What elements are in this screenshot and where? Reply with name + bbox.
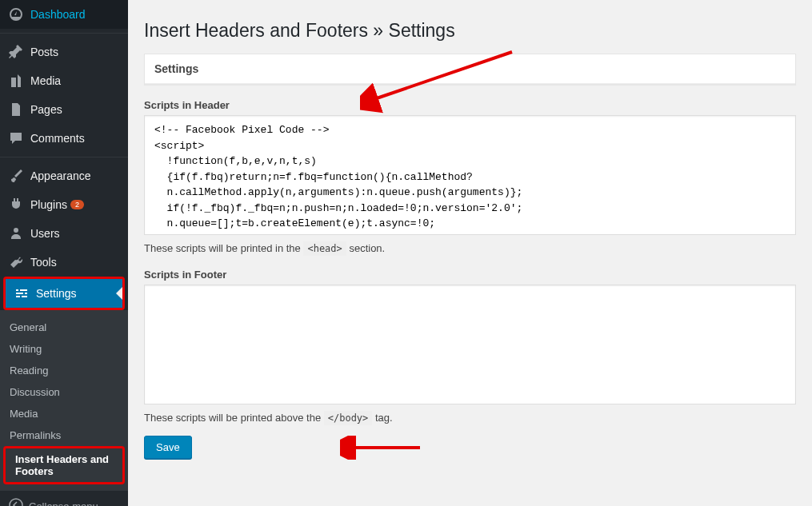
sidebar-item-media[interactable]: Media (0, 66, 128, 95)
collapse-label: Collapse menu (29, 500, 98, 506)
submenu-reading[interactable]: Reading (0, 360, 128, 381)
pages-icon (8, 102, 24, 118)
sidebar-item-comments[interactable]: Comments (0, 124, 128, 153)
sidebar-item-posts[interactable]: Posts (0, 38, 128, 66)
admin-sidebar: Dashboard Posts Media Pages Comments App… (0, 0, 128, 506)
users-icon (8, 225, 24, 241)
dashboard-icon (8, 6, 24, 22)
submenu-discussion[interactable]: Discussion (0, 381, 128, 403)
panel-header: Settings (145, 54, 795, 84)
sidebar-label: Plugins (30, 198, 67, 211)
sidebar-label: Tools (30, 256, 57, 269)
arrow-annotation-save (340, 436, 428, 460)
main-content: Insert Headers and Footers » Settings Se… (128, 0, 812, 506)
sidebar-item-appearance[interactable]: Appearance (0, 161, 128, 190)
sidebar-label: Settings (36, 287, 77, 300)
head-tag-code: <head> (303, 241, 346, 256)
comments-icon (8, 130, 24, 146)
collapse-menu[interactable]: Collapse menu (0, 491, 128, 506)
sidebar-item-settings[interactable]: Settings (6, 279, 122, 308)
highlight-box-settings: Settings (3, 277, 125, 310)
footer-hint: These scripts will be printed above the … (144, 412, 796, 424)
page-title: Insert Headers and Footers » Settings (144, 20, 796, 42)
body-tag-code: </body> (324, 411, 373, 425)
sidebar-item-users[interactable]: Users (0, 219, 128, 248)
submenu-media[interactable]: Media (0, 403, 128, 424)
sidebar-item-tools[interactable]: Tools (0, 248, 128, 277)
sliders-icon (14, 285, 30, 301)
settings-submenu: General Writing Reading Discussion Media… (0, 310, 128, 491)
highlight-box-ihaf: Insert Headers and Footers (3, 446, 125, 484)
sidebar-separator (0, 33, 128, 34)
sidebar-label: Users (30, 227, 60, 240)
submenu-writing[interactable]: Writing (0, 338, 128, 360)
sidebar-separator (0, 157, 128, 157)
sidebar-label: Appearance (30, 169, 91, 182)
sidebar-label: Posts (30, 46, 58, 58)
header-scripts-label: Scripts in Header (144, 99, 796, 111)
sidebar-label: Comments (30, 132, 85, 145)
plugin-icon (8, 197, 24, 213)
header-scripts-textarea[interactable] (144, 115, 796, 235)
sidebar-item-dashboard[interactable]: Dashboard (0, 0, 128, 29)
settings-panel: Settings (144, 54, 796, 85)
pin-icon (8, 44, 24, 60)
sidebar-item-plugins[interactable]: Plugins 2 (0, 190, 128, 219)
footer-scripts-label: Scripts in Footer (144, 269, 796, 281)
update-badge: 2 (70, 200, 84, 209)
media-icon (8, 73, 24, 89)
submenu-insert-headers-footers[interactable]: Insert Headers and Footers (6, 448, 122, 482)
collapse-icon (8, 497, 24, 506)
submenu-permalinks[interactable]: Permalinks (0, 424, 128, 446)
header-hint: These scripts will be printed in the <he… (144, 242, 796, 254)
tools-icon (8, 254, 24, 270)
save-button[interactable]: Save (144, 436, 192, 459)
sidebar-label: Dashboard (30, 8, 86, 21)
brush-icon (8, 168, 24, 184)
sidebar-label: Media (30, 74, 61, 87)
sidebar-label: Pages (30, 103, 62, 116)
submenu-general[interactable]: General (0, 317, 128, 338)
sidebar-item-pages[interactable]: Pages (0, 95, 128, 124)
footer-scripts-textarea[interactable] (144, 285, 796, 404)
